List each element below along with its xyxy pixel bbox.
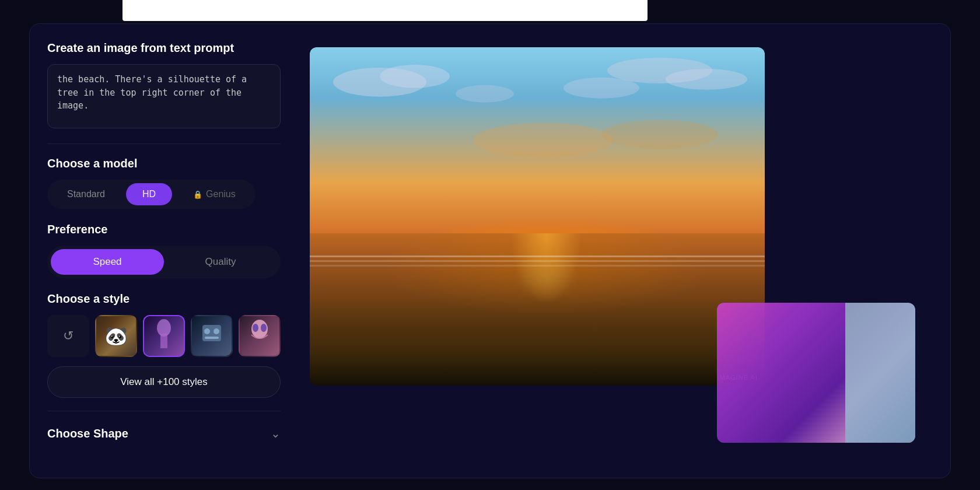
style-panda-thumb[interactable] [95,315,137,357]
prompt-section-title: Create an image from text prompt [47,41,281,55]
style-reset-thumb[interactable]: ↺ [47,315,89,357]
model-hd-button[interactable]: HD [126,183,172,205]
style-fantasy-thumb[interactable] [143,315,185,357]
robot-thumb-art [192,316,232,356]
model-standard-button[interactable]: Standard [51,183,121,205]
model-button-group: Standard HD 🔒 Genius [47,180,256,209]
model-genius-button[interactable]: 🔒 Genius [177,183,252,205]
style-anime-thumb[interactable] [239,315,281,357]
svg-point-13 [380,65,450,88]
divider-2 [47,411,281,411]
style-section: Choose a style ↺ [47,292,281,398]
clouds-overlay [310,47,765,233]
preference-button-group: Speed Quality [47,246,281,278]
svg-point-15 [666,69,747,90]
preference-quality-button[interactable]: Quality [164,249,277,275]
svg-rect-7 [205,337,219,339]
style-robot-thumb[interactable] [191,315,233,357]
reset-icon: ↺ [63,328,74,344]
svg-point-10 [253,324,258,332]
svg-point-11 [261,324,267,332]
left-panel: Create an image from text prompt Choose … [30,24,298,478]
style-section-title: Choose a style [47,292,281,306]
svg-point-17 [564,78,639,99]
lock-icon: 🔒 [193,190,202,199]
choose-shape-title: Choose Shape [47,427,128,440]
model-section: Choose a model Standard HD 🔒 Genius [47,157,281,209]
beach-sunset-image: IMAGINE AI [310,47,765,386]
svg-point-16 [456,85,514,103]
svg-point-19 [601,120,718,149]
preference-section-title: Preference [47,223,281,236]
chevron-down-icon: ⌄ [271,426,281,440]
svg-point-6 [214,328,219,334]
svg-point-18 [473,123,613,158]
prompt-input[interactable] [47,64,281,128]
style-thumbnail-list: ↺ [47,315,281,357]
main-card: Create an image from text prompt Choose … [29,23,951,478]
model-section-title: Choose a model [47,157,281,170]
top-bar [123,0,648,21]
svg-rect-2 [160,334,167,348]
anime-thumb-art [240,316,279,356]
preference-section: Preference Speed Quality [47,223,281,278]
main-image-area: IMAGINE AI [310,47,765,386]
svg-point-5 [204,328,210,334]
choose-shape-row[interactable]: Choose Shape ⌄ [47,424,281,443]
preference-speed-button[interactable]: Speed [51,249,164,275]
fantasy-thumb-art [144,316,184,356]
model-genius-label: Genius [206,189,236,200]
view-all-styles-button[interactable]: View all +100 styles [47,366,281,398]
divider-1 [47,144,281,144]
floating-preview-card [717,303,915,443]
